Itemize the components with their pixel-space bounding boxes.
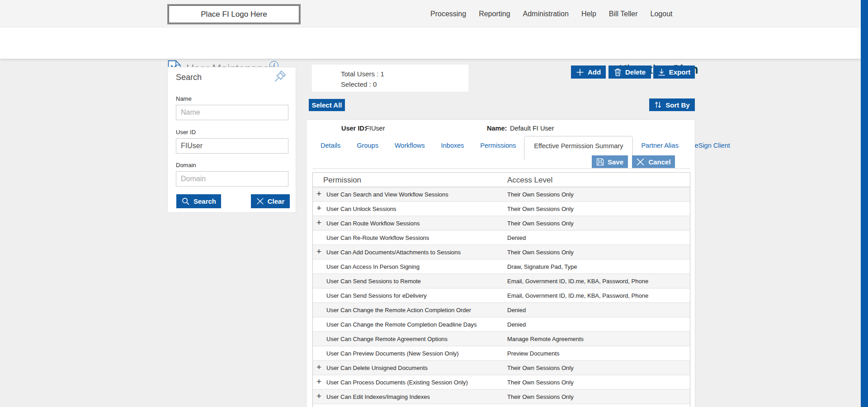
expand-plus-icon[interactable]: +	[316, 377, 321, 386]
close-icon	[256, 197, 264, 205]
name-field-label: Name	[176, 95, 192, 102]
permissions-table-body: +User Can Search and View Workflow Sessi…	[313, 187, 690, 407]
tab-permissions[interactable]: Permissions	[472, 142, 524, 149]
topnav-reporting[interactable]: Reporting	[479, 10, 510, 18]
permission-name: User Can Process Documents (Existing Ses…	[326, 379, 468, 386]
permission-row: +User Can Delete Unsigned DocumentsTheir…	[313, 361, 690, 375]
expand-plus-icon[interactable]: +	[316, 363, 321, 372]
pin-icon[interactable]	[270, 69, 288, 87]
permission-row: +User Can Search and View Workflow Sessi…	[313, 187, 690, 202]
scrollbar[interactable]	[861, 0, 868, 407]
user-id-value: FIUser	[365, 125, 385, 132]
topnav-help[interactable]: Help	[581, 10, 596, 18]
access-level-column-header: Access Level	[507, 176, 552, 185]
access-level-value: Manage Remote Agreements	[507, 336, 584, 342]
permission-row: User Can Change the Remote Completion De…	[313, 318, 690, 332]
user-id-label: User ID:	[341, 125, 367, 132]
tab-groups[interactable]: Groups	[349, 142, 387, 149]
permission-row: +User Can Edit Indexes/Imaging IndexesTh…	[313, 390, 690, 404]
search-panel: Search Name User ID Domain Search Clear	[167, 67, 296, 213]
topnav-bill-teller[interactable]: Bill Teller	[609, 10, 638, 18]
access-level-value: Their Own Sessions Only	[507, 393, 574, 400]
select-all-button[interactable]: Select All	[309, 99, 345, 111]
access-level-value: Their Own Sessions Only	[507, 249, 574, 256]
topnav-processing[interactable]: Processing	[430, 10, 466, 18]
permission-name: User Can Search and View Workflow Sessio…	[326, 191, 448, 198]
permission-row	[313, 404, 690, 407]
permission-row: +User Can Unlock SessionsTheir Own Sessi…	[313, 202, 690, 216]
permission-name: User Can Edit Indexes/Imaging Indexes	[326, 393, 430, 400]
fi-logo-placeholder: Place FI Logo Here	[167, 4, 301, 24]
expand-plus-icon[interactable]: +	[316, 189, 321, 198]
search-icon	[181, 197, 190, 206]
topnav-logout[interactable]: Logout	[651, 10, 673, 18]
permission-name: User Can Change Remote Agreement Options	[326, 336, 448, 342]
top-bar: Place FI Logo Here ProcessingReportingAd…	[0, 0, 868, 28]
expand-plus-icon[interactable]: +	[316, 204, 321, 213]
page-header: User Maintenance i Kinective Sign	[0, 28, 868, 59]
name-label: Name:	[487, 125, 507, 132]
permission-row: +User Can Route Workflow SessionsTheir O…	[313, 216, 690, 231]
permission-row: User Can Re-Route Workflow SessionsDenie…	[313, 231, 690, 245]
permissions-table-header: Permission Access Level	[313, 173, 690, 187]
export-button[interactable]: Export	[653, 65, 695, 79]
access-level-value: Denied	[507, 307, 526, 313]
tab-inboxes[interactable]: Inboxes	[433, 142, 472, 149]
permission-column-header: Permission	[323, 176, 361, 185]
permission-row: User Can Preview Documents (New Session …	[313, 346, 690, 361]
domain-field-label: Domain	[176, 162, 196, 168]
plus-icon	[576, 68, 584, 76]
access-level-value: Preview Documents	[507, 350, 560, 357]
user-id-field-label: User ID	[176, 129, 196, 136]
permission-name: User Can Change the Remote Action Comple…	[326, 307, 471, 313]
domain-field[interactable]	[176, 171, 288, 187]
permission-row: User Can Change the Remote Action Comple…	[313, 303, 690, 318]
tab-partner-alias[interactable]: Partner Alias	[633, 142, 686, 149]
permission-row: User Can Change Remote Agreement Options…	[313, 332, 690, 346]
access-level-value: Email, Government ID, ID.me, KBA, Passwo…	[507, 292, 648, 299]
user-id-field[interactable]	[176, 138, 288, 154]
search-button[interactable]: Search	[176, 194, 221, 208]
permission-name: User Can Re-Route Workflow Sessions	[326, 234, 429, 241]
expand-plus-icon[interactable]: +	[316, 218, 321, 227]
permission-name: User Can Change the Remote Completion De…	[326, 321, 476, 328]
tab-workflows[interactable]: Workflows	[387, 142, 433, 149]
tab-details[interactable]: Details	[312, 142, 349, 149]
top-nav: ProcessingReportingAdministrationHelpBil…	[430, 0, 672, 28]
access-level-value: Denied	[507, 234, 526, 241]
access-level-value: Their Own Sessions Only	[507, 206, 574, 212]
access-level-value: Their Own Sessions Only	[507, 220, 574, 227]
access-level-value: Their Own Sessions Only	[507, 379, 574, 386]
clear-button[interactable]: Clear	[251, 194, 290, 208]
save-button[interactable]: Save	[592, 155, 628, 168]
permission-name: User Can Preview Documents (New Session …	[326, 350, 459, 357]
delete-button[interactable]: Delete	[609, 65, 651, 79]
access-level-value: Email, Government ID, ID.me, KBA, Passwo…	[507, 278, 648, 285]
permission-name: User Can Delete Unsigned Documents	[326, 365, 428, 371]
user-identity-row: User ID: FIUser Name: Default FI User	[307, 125, 695, 133]
permissions-table: Permission Access Level +User Can Search…	[312, 172, 690, 407]
sort-by-button[interactable]: Sort By	[649, 98, 695, 111]
add-button[interactable]: Add	[571, 65, 606, 79]
tab-esign-client[interactable]: eSign Client	[687, 142, 738, 149]
cancel-button[interactable]: Cancel	[632, 155, 675, 168]
sort-arrows-icon	[654, 101, 662, 109]
permission-name: User Can Send Sessions to Remote	[326, 278, 421, 285]
permission-row: +User Can Process Documents (Existing Se…	[313, 375, 690, 390]
permission-name: User Can Send Sessions for eDelivery	[326, 292, 427, 299]
topnav-administration[interactable]: Administration	[523, 10, 569, 18]
permission-name: User Can Add Documents/Attachments to Se…	[326, 249, 461, 256]
permission-row: User Can Access In Person SigningDraw, S…	[313, 260, 690, 274]
selected-text: Selected : 0	[341, 79, 468, 89]
download-icon	[658, 68, 665, 76]
permission-name: User Can Unlock Sessions	[326, 206, 396, 212]
expand-plus-icon[interactable]: +	[316, 247, 321, 256]
close-icon	[636, 158, 645, 166]
name-field[interactable]	[176, 105, 288, 120]
expand-plus-icon[interactable]: +	[316, 392, 321, 401]
access-level-value: Draw, Signature Pad, Type	[507, 263, 577, 270]
name-value: Default FI User	[510, 125, 554, 132]
page: Place FI Logo Here ProcessingReportingAd…	[0, 0, 868, 407]
fi-logo-text: Place FI Logo Here	[201, 10, 267, 19]
user-card: User ID: FIUser Name: Default FI User De…	[306, 119, 695, 407]
